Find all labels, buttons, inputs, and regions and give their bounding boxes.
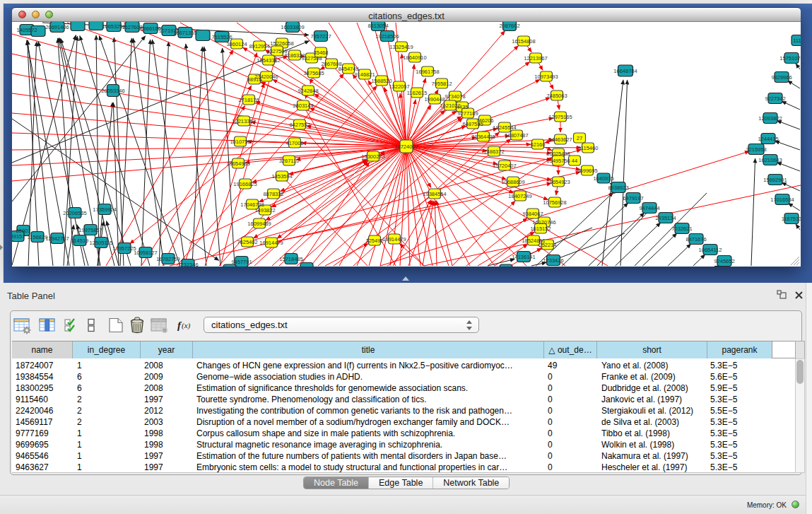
svg-text:1010755: 1010755	[230, 139, 250, 145]
svg-text:15751074: 15751074	[779, 55, 801, 62]
svg-text:1990448: 1990448	[424, 96, 445, 103]
svg-text:21364436: 21364436	[471, 134, 495, 140]
svg-text:1733426: 1733426	[543, 257, 563, 264]
svg-text:18640910: 18640910	[403, 54, 426, 61]
svg-text:20206535: 20206535	[63, 210, 86, 216]
svg-text:6479197: 6479197	[623, 195, 643, 201]
svg-text:1640935: 1640935	[593, 175, 613, 182]
svg-text:16099489: 16099489	[247, 221, 271, 227]
svg-text:114519: 114519	[71, 238, 88, 244]
svg-text:19166825: 19166825	[233, 181, 257, 187]
svg-text:1162615: 1162615	[407, 90, 428, 96]
svg-text:2803144: 2803144	[293, 103, 313, 109]
svg-text:16543382: 16543382	[257, 57, 280, 64]
svg-text:16961758: 16961758	[416, 69, 439, 75]
svg-text:7955812: 7955812	[431, 81, 452, 87]
svg-text:1615152: 1615152	[530, 226, 551, 232]
svg-text:7357227: 7357227	[310, 33, 331, 40]
svg-text:8813054: 8813054	[367, 23, 388, 29]
svg-text:8471676: 8471676	[686, 236, 706, 243]
svg-text:6966160: 6966160	[140, 25, 160, 32]
svg-text:15718485: 15718485	[279, 256, 302, 262]
svg-text:9474444: 9474444	[639, 205, 659, 211]
svg-text:3860124: 3860124	[226, 41, 247, 47]
svg-text:27: 27	[577, 135, 582, 141]
svg-text:9115460: 9115460	[578, 145, 599, 151]
svg-text:3875685: 3875685	[303, 70, 324, 76]
svg-text:9734078: 9734078	[445, 93, 465, 100]
svg-text:62160: 62160	[531, 141, 546, 148]
svg-text:1156829: 1156829	[28, 234, 48, 240]
svg-text:10688609: 10688609	[501, 179, 524, 185]
svg-text:17957225: 17957225	[112, 245, 136, 252]
svg-text:44: 44	[572, 158, 577, 164]
svg-text:19654923: 19654923	[546, 179, 570, 185]
svg-text:17359924: 17359924	[93, 206, 116, 213]
svg-text:18245544: 18245544	[493, 124, 516, 131]
svg-text:1167533: 1167533	[782, 216, 801, 222]
svg-text:1112: 1112	[793, 37, 801, 44]
svg-text:16154808: 16154808	[512, 38, 535, 45]
svg-text:7032621: 7032621	[671, 226, 692, 232]
svg-text:1244415: 1244415	[758, 136, 778, 142]
svg-text:7515526: 7515526	[211, 34, 232, 40]
svg-text:(x): (x)	[182, 321, 191, 330]
svg-text:19218506: 19218506	[375, 33, 399, 40]
svg-text:10807487: 10807487	[505, 132, 528, 139]
svg-text:16033809: 16033809	[281, 24, 304, 30]
svg-text:1527602: 1527602	[122, 24, 142, 30]
svg-text:1493822: 1493822	[254, 207, 275, 214]
svg-text:13300273: 13300273	[361, 153, 384, 160]
svg-text:7485063: 7485063	[546, 93, 567, 99]
svg-text:9699695: 9699695	[577, 168, 597, 174]
svg-text:8427552: 8427552	[289, 122, 310, 128]
svg-text:13495756: 13495756	[546, 158, 570, 164]
svg-text:9242848: 9242848	[298, 88, 318, 94]
svg-text:417006: 417006	[286, 140, 303, 146]
svg-text:19914479: 19914479	[382, 236, 406, 243]
svg-text:17016534: 17016534	[770, 197, 794, 203]
svg-text:10756928: 10756928	[543, 199, 566, 206]
svg-text:125492: 125492	[365, 238, 383, 244]
svg-text:9327508: 9327508	[301, 55, 322, 62]
svg-text:23420046: 23420046	[254, 74, 278, 80]
svg-text:6487585: 6487585	[462, 121, 483, 127]
svg-text:12505115: 12505115	[90, 240, 113, 246]
svg-text:7486372: 7486372	[483, 148, 504, 155]
svg-text:16671355: 16671355	[173, 30, 196, 36]
svg-text:19975857: 19975857	[78, 227, 102, 233]
svg-text:12942737: 12942737	[45, 235, 69, 242]
svg-text:12975165: 12975165	[548, 114, 572, 120]
svg-text:15226058: 15226058	[270, 40, 293, 47]
svg-text:2935134: 2935134	[655, 215, 676, 221]
svg-text:9146821: 9146821	[354, 71, 375, 78]
svg-text:9245652: 9245652	[714, 258, 734, 264]
svg-text:16120746: 16120746	[532, 219, 555, 226]
svg-text:1232346: 1232346	[177, 262, 198, 267]
svg-text:1322057: 1322057	[389, 83, 409, 90]
svg-text:10654112: 10654112	[699, 247, 722, 253]
svg-text:14136141: 14136141	[512, 254, 535, 260]
svg-text:10025438: 10025438	[546, 151, 570, 157]
svg-text:16782759: 16782759	[156, 256, 180, 262]
svg-text:39157: 39157	[12, 233, 25, 240]
svg-text:8938923: 8938923	[608, 185, 628, 191]
svg-text:16648784: 16648784	[613, 68, 637, 74]
svg-text:14463627: 14463627	[548, 136, 572, 143]
svg-text:19384554: 19384554	[423, 191, 446, 197]
svg-text:9277169: 9277169	[457, 110, 478, 117]
svg-text:20053346: 20053346	[101, 88, 124, 94]
svg-text:3215958: 3215958	[746, 146, 766, 153]
svg-text:7625402: 7625402	[237, 239, 257, 245]
svg-text:3267110: 3267110	[279, 158, 300, 164]
svg-text:1353594: 1353594	[271, 173, 292, 180]
svg-text:12213363: 12213363	[232, 118, 255, 124]
svg-text:1405572: 1405572	[16, 27, 37, 33]
svg-text:18724007: 18724007	[394, 144, 418, 150]
svg-text:19654983: 19654983	[226, 160, 249, 167]
svg-text:16914479: 16914479	[259, 240, 283, 246]
svg-text:15692901: 15692901	[763, 177, 787, 183]
svg-text:9227342: 9227342	[765, 95, 785, 102]
svg-text:12093822: 12093822	[758, 115, 782, 122]
svg-text:35468: 35468	[314, 49, 329, 56]
